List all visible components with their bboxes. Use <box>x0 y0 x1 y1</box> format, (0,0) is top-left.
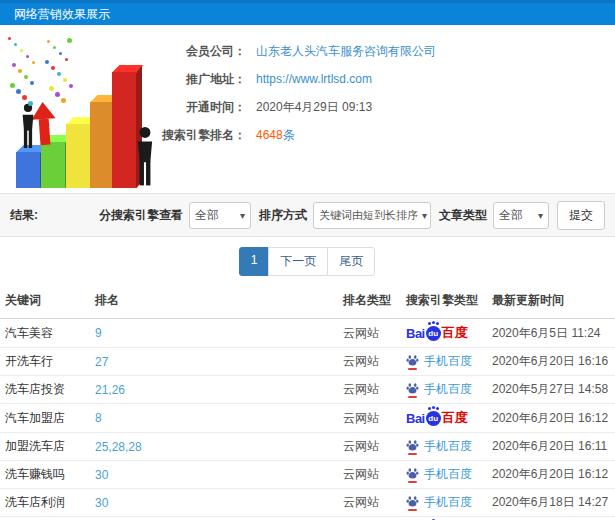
engine-filter-label: 分搜索引擎查看 <box>99 207 183 224</box>
updated-cell: 2020年6月18日 14:30 <box>487 517 615 520</box>
confetti-dot <box>8 37 11 40</box>
article-type-select-value: 全部 <box>499 207 523 224</box>
baidu-logo[interactable]: Baidu百度 <box>406 324 468 342</box>
mobile-baidu-paw-icon <box>406 382 419 398</box>
baidu-logo[interactable]: Baidu百度 <box>406 409 468 427</box>
member-info: 会员公司： 山东老人头汽车服务咨询有限公司 推广地址： https://www.… <box>150 25 615 149</box>
article-type-select[interactable]: 全部 ▾ <box>493 202 549 229</box>
rank-type-cell: 云网站 <box>338 517 401 520</box>
confetti-dot <box>59 52 62 55</box>
mobile-baidu-paw-icon <box>406 354 419 370</box>
mobile-baidu-paw-icon <box>406 439 419 455</box>
rank-link[interactable]: 25,28,28 <box>95 440 142 454</box>
mobile-baidu-link[interactable]: 手机百度 <box>406 438 472 455</box>
confetti-dot <box>47 40 50 43</box>
confetti-dot <box>14 43 17 46</box>
page-1-button[interactable]: 1 <box>239 247 270 276</box>
rank-cell: 27 <box>90 348 338 376</box>
updated-cell: 2020年6月20日 16:12 <box>487 404 615 433</box>
rank-cell: 21,26 <box>90 376 338 404</box>
mobile-baidu-paw-icon <box>406 467 419 483</box>
rank-count-value: 4648 <box>256 128 283 142</box>
chart-bar <box>90 102 114 188</box>
confetti-dot <box>69 84 73 88</box>
sort-select-value: 关键词由短到长排序 <box>319 208 418 223</box>
updated-cell: 2020年6月5日 11:24 <box>487 319 615 348</box>
baidu-paw-icon: du <box>426 326 441 341</box>
engine-select[interactable]: 全部 ▾ <box>189 202 251 229</box>
chart-bar <box>66 124 90 188</box>
updated-cell: 2020年5月27日 14:58 <box>487 376 615 404</box>
confetti-dot <box>49 86 54 91</box>
open-time-value: 2020年4月29日 09:13 <box>256 99 372 116</box>
company-link[interactable]: 山东老人头汽车服务咨询有限公司 <box>256 44 436 58</box>
mobile-baidu-link[interactable]: 手机百度 <box>406 353 472 370</box>
chart-bar <box>16 152 40 188</box>
rank-type-cell: 云网站 <box>338 461 401 489</box>
rank-link[interactable]: 21,26 <box>95 383 125 397</box>
engine-select-value: 全部 <box>195 207 219 224</box>
rank-cell: 25,28,28 <box>90 433 338 461</box>
rank-cell: 3 <box>90 517 338 520</box>
keyword-cell: 开洗车行 <box>0 348 90 376</box>
mobile-baidu-link[interactable]: 手机百度 <box>406 381 472 398</box>
rank-count-unit: 条 <box>283 128 295 142</box>
keyword-cell: 加盟洗车店 <box>0 433 90 461</box>
mobile-baidu-link[interactable]: 手机百度 <box>406 466 472 483</box>
mobile-baidu-link[interactable]: 手机百度 <box>406 494 472 511</box>
rank-type-cell: 云网站 <box>338 404 401 433</box>
rank-type-cell: 云网站 <box>338 348 401 376</box>
rank-type-cell: 云网站 <box>338 376 401 404</box>
promo-url-link[interactable]: https://www.lrtlsd.com <box>256 72 372 86</box>
table-row: 汽车加盟店8云网站Baidu百度2020年6月20日 16:12 <box>0 404 615 433</box>
businessman-icon-left <box>18 103 38 150</box>
table-row: 洗车店加盟3云网站Baidu百度2020年6月18日 14:30 <box>0 517 615 520</box>
confetti-dot <box>16 89 21 94</box>
table-row: 汽车美容9云网站Baidu百度2020年6月5日 11:24 <box>0 319 615 348</box>
rank-type-cell: 云网站 <box>338 319 401 348</box>
chart-bar <box>41 142 65 188</box>
rank-cell: 9 <box>90 319 338 348</box>
confetti-dot <box>32 61 35 64</box>
col-header-engine: 搜索引擎类型 <box>401 282 487 319</box>
confetti-dot <box>53 46 56 49</box>
col-header-ranktype: 排名类型 <box>338 282 401 319</box>
rank-link[interactable]: 27 <box>95 355 108 369</box>
confetti-dot <box>24 75 28 79</box>
updated-cell: 2020年6月20日 16:16 <box>487 348 615 376</box>
table-row: 洗车赚钱吗30云网站手机百度2020年6月20日 16:12 <box>0 461 615 489</box>
info-row-open-time: 开通时间： 2020年4月29日 09:13 <box>150 93 615 121</box>
confetti-dot <box>51 66 55 70</box>
info-row-rank-count: 搜索引擎排名： 4648条 <box>150 121 615 149</box>
engine-cell: Baidu百度 <box>401 517 487 520</box>
confetti-dot <box>10 83 15 88</box>
rank-link[interactable]: 30 <box>95 468 108 482</box>
rank-link[interactable]: 8 <box>95 411 102 425</box>
rank-link[interactable]: 9 <box>95 326 102 340</box>
last-page-button[interactable]: 尾页 <box>327 247 375 276</box>
keyword-cell: 汽车加盟店 <box>0 404 90 433</box>
engine-cell: 手机百度 <box>401 461 487 489</box>
engine-cell: Baidu百度 <box>401 404 487 433</box>
sort-filter-label: 排序方式 <box>259 207 307 224</box>
confetti-dot <box>61 98 66 103</box>
article-type-label: 文章类型 <box>439 207 487 224</box>
results-table: 关键词 排名 排名类型 搜索引擎类型 最新更新时间 汽车美容9云网站Baidu百… <box>0 282 615 520</box>
next-page-button[interactable]: 下一页 <box>268 247 328 276</box>
rank-cell: 30 <box>90 461 338 489</box>
pagination: 1 下一页 尾页 <box>0 247 615 276</box>
submit-button[interactable]: 提交 <box>557 201 605 230</box>
confetti-dot <box>30 81 34 85</box>
updated-cell: 2020年6月18日 14:27 <box>487 489 615 517</box>
confetti-dot <box>57 72 61 76</box>
sort-select[interactable]: 关键词由短到长排序 ▾ <box>313 202 431 229</box>
rank-link[interactable]: 30 <box>95 496 108 510</box>
engine-cell: 手机百度 <box>401 433 487 461</box>
confetti-dot <box>45 60 49 64</box>
info-section: 会员公司： 山东老人头汽车服务咨询有限公司 推广地址： https://www.… <box>0 25 615 193</box>
confetti-dot <box>22 95 27 100</box>
chevron-down-icon: ▾ <box>538 210 543 221</box>
page-title: 网络营销效果展示 <box>14 6 110 23</box>
table-row: 洗车店利润30云网站手机百度2020年6月18日 14:27 <box>0 489 615 517</box>
keyword-cell: 洗车店利润 <box>0 489 90 517</box>
